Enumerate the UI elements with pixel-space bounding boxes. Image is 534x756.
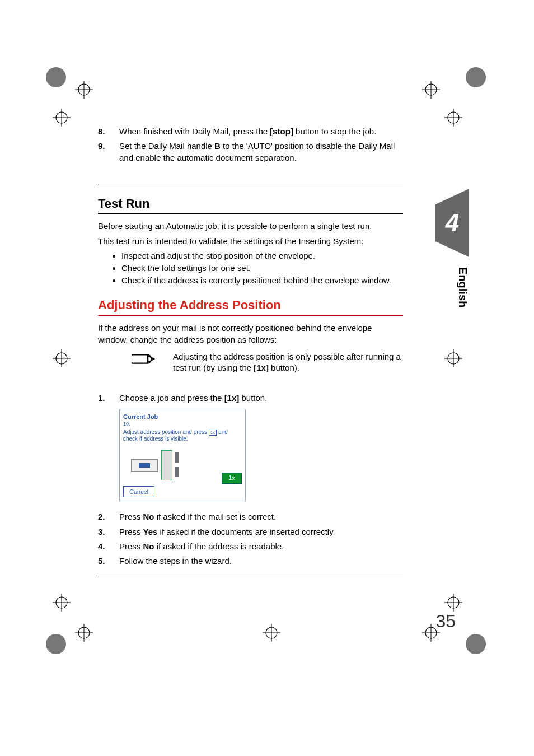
chapter-tab: 4 English <box>435 204 469 307</box>
list-item: Check the fold settings for one set. <box>121 263 403 274</box>
svg-point-0 <box>46 67 66 87</box>
paragraph: This test run is intended to validate th… <box>98 236 403 247</box>
paragraph: If the address on your mail is not corre… <box>98 323 403 346</box>
step-8: 8. When finished with Daily Mail, press … <box>98 126 403 137</box>
svg-point-14 <box>56 353 67 364</box>
list-item: Check if the address is correctly positi… <box>121 275 403 286</box>
inline-1x-icon: 1x <box>209 430 217 436</box>
paragraph: Before starting an Automatic job, it is … <box>98 221 403 232</box>
step-5: 5. Follow the steps in the wizard. <box>98 556 403 567</box>
note-arrow-icon <box>132 351 157 370</box>
device-screenshot: Current Job 10. Adjust address position … <box>119 409 246 502</box>
section-end-divider <box>98 576 403 576</box>
heading-underline-red <box>98 315 403 316</box>
svg-point-11 <box>448 112 459 123</box>
svg-point-33 <box>425 627 437 638</box>
step-number: 8. <box>98 126 119 137</box>
step-number: 9. <box>98 141 119 164</box>
step-3: 3. Press Yes if asked if the documents a… <box>98 526 403 538</box>
heading-underline <box>98 213 403 214</box>
continued-steps-list: 8. When finished with Daily Mail, press … <box>98 126 403 164</box>
svg-point-4 <box>56 112 67 123</box>
svg-point-23 <box>78 627 90 638</box>
note-callout: Adjusting the address position is only p… <box>132 351 403 374</box>
screenshot-graphic: 1x <box>123 447 242 484</box>
svg-point-27 <box>266 627 277 638</box>
list-item: Inspect and adjust the stop position of … <box>121 250 403 262</box>
step-number: 4. <box>98 541 119 552</box>
svg-point-20 <box>56 597 67 608</box>
step-text: Press No if asked if the address is read… <box>119 541 403 552</box>
section-divider <box>98 184 403 184</box>
note-text: Adjusting the address position is only p… <box>173 351 403 374</box>
ruler-icon <box>161 450 172 480</box>
svg-point-36 <box>466 634 486 654</box>
step-2: 2. Press No if asked if the mail set is … <box>98 511 403 522</box>
chapter-number-badge: 4 <box>435 204 469 241</box>
heading-adjust-address: Adjusting the Address Position <box>98 297 403 314</box>
chapter-number: 4 <box>435 204 469 241</box>
svg-point-7 <box>466 67 486 87</box>
svg-point-1 <box>78 84 90 95</box>
screenshot-title: Current Job <box>123 413 242 421</box>
language-label: English <box>435 267 469 307</box>
page-content: 8. When finished with Daily Mail, press … <box>98 126 403 576</box>
adjust-down-icon <box>175 467 179 477</box>
step-text: Press No if asked if the mail set is cor… <box>119 511 403 522</box>
screenshot-subtitle: 10. <box>123 421 242 427</box>
svg-point-26 <box>46 634 66 654</box>
screenshot-1x-button: 1x <box>222 473 242 484</box>
step-1: 1. Choose a job and press the [1x] butto… <box>98 393 403 404</box>
heading-test-run: Test Run <box>98 195 403 212</box>
step-9: 9. Set the Daily Mail handle B to the 'A… <box>98 141 403 164</box>
step-4: 4. Press No if asked if the address is r… <box>98 541 403 552</box>
screenshot-instruction: Adjust address position and press 1x and… <box>123 429 242 442</box>
step-number: 2. <box>98 511 119 522</box>
lower-steps-list: 2. Press No if asked if the mail set is … <box>98 511 403 567</box>
svg-point-17 <box>448 353 459 364</box>
step-number: 5. <box>98 556 119 567</box>
svg-point-8 <box>425 84 437 95</box>
step-text: Press Yes if asked if the documents are … <box>119 526 403 538</box>
svg-point-30 <box>448 597 459 608</box>
step-text: When finished with Daily Mail, press the… <box>119 126 403 137</box>
envelope-icon <box>131 459 158 472</box>
test-run-bullets: Inspect and adjust the stop position of … <box>121 250 403 287</box>
step-number: 3. <box>98 526 119 538</box>
step-text: Choose a job and press the [1x] button. <box>119 393 403 404</box>
step-number: 1. <box>98 393 119 404</box>
screenshot-cancel-button: Cancel <box>123 486 154 498</box>
adjust-up-icon <box>175 452 179 463</box>
step-text: Follow the steps in the wizard. <box>119 556 403 567</box>
page-number: 35 <box>435 611 456 632</box>
step-text: Set the Daily Mail handle B to the 'AUTO… <box>119 141 403 164</box>
